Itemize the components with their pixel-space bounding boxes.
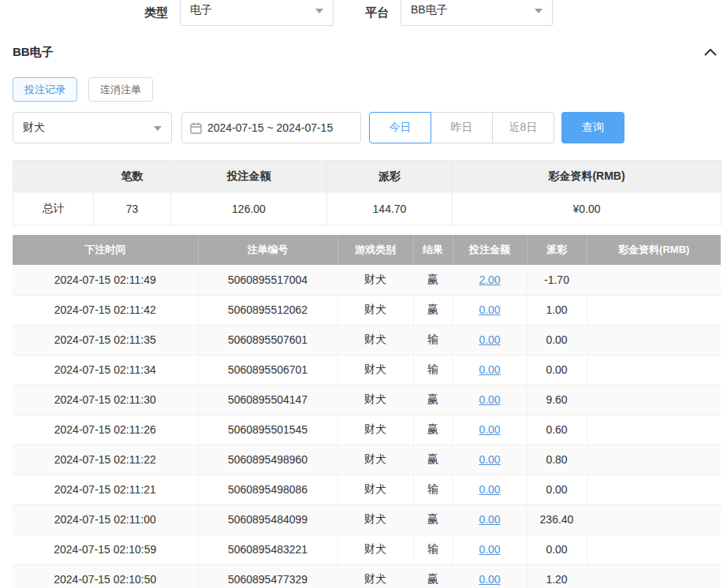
quick-btn-last8days[interactable]: 近8日 bbox=[492, 112, 554, 143]
chevron-down-icon bbox=[535, 9, 542, 13]
filter-bar: 财犬 2024-07-15 ~ 2024-07-15 今日 昨日 近8日 查询 bbox=[0, 112, 727, 143]
bet-amount-link[interactable]: 0.00 bbox=[479, 513, 500, 526]
cell-bet-amount: 0.00 bbox=[453, 325, 527, 355]
summary-header-count: 笔数 bbox=[94, 161, 171, 192]
bet-table-body: 2024-07-15 02:11:49 5060895517004 财犬 赢 2… bbox=[13, 265, 721, 588]
col-header-bet-amount: 投注金额 bbox=[453, 235, 527, 265]
table-row: 2024-07-15 02:11:26 5060895501545 财犬 赢 0… bbox=[13, 415, 721, 445]
cell-order-id: 5060895477329 bbox=[198, 564, 337, 588]
summary-table: 笔数 投注金额 派彩 彩金资料(RMB) 总计 73 126.00 144.70… bbox=[13, 160, 721, 225]
tab-bet-records[interactable]: 投注记录 bbox=[13, 77, 77, 102]
quick-btn-today[interactable]: 今日 bbox=[369, 112, 431, 143]
cell-result: 赢 bbox=[413, 385, 453, 415]
cell-bonus bbox=[587, 504, 721, 534]
cell-bet-time: 2024-07-15 02:10:59 bbox=[13, 534, 198, 564]
table-row: 2024-07-15 02:11:30 5060895504147 财犬 赢 0… bbox=[13, 385, 721, 415]
type-select[interactable]: 电子 bbox=[180, 0, 334, 26]
bet-amount-link[interactable]: 0.00 bbox=[479, 573, 500, 586]
cell-bonus bbox=[587, 265, 721, 295]
col-header-bet-time: 下注时间 bbox=[13, 235, 198, 265]
cell-payout: 1.20 bbox=[527, 564, 587, 588]
summary-total-payout: 144.70 bbox=[327, 192, 453, 225]
summary-header-bet-amount: 投注金额 bbox=[171, 161, 327, 192]
date-range-value: 2024-07-15 ~ 2024-07-15 bbox=[207, 121, 333, 134]
cell-bonus bbox=[587, 564, 721, 588]
date-range-input[interactable]: 2024-07-15 ~ 2024-07-15 bbox=[181, 112, 361, 143]
bet-amount-link[interactable]: 0.00 bbox=[479, 453, 500, 466]
tab-cancelled-orders[interactable]: 连消注单 bbox=[88, 77, 153, 102]
col-header-result: 结果 bbox=[413, 235, 453, 265]
tab-label: 连消注单 bbox=[100, 83, 141, 97]
table-row: 2024-07-15 02:10:50 5060895477329 财犬 赢 0… bbox=[13, 564, 721, 588]
cell-payout: 236.40 bbox=[527, 504, 587, 534]
cell-bet-amount: 0.00 bbox=[453, 474, 527, 504]
col-header-order-id: 注单编号 bbox=[198, 235, 337, 265]
calendar-icon bbox=[190, 122, 202, 134]
bet-amount-link[interactable]: 0.00 bbox=[479, 543, 500, 556]
platform-select-value: BB电子 bbox=[411, 3, 448, 17]
cell-bet-time: 2024-07-15 02:11:00 bbox=[13, 504, 198, 534]
cell-bet-time: 2024-07-15 02:11:34 bbox=[13, 355, 198, 385]
cell-bet-time: 2024-07-15 02:11:49 bbox=[13, 265, 198, 295]
quick-btn-label: 今日 bbox=[390, 121, 412, 135]
cell-bet-amount: 0.00 bbox=[453, 504, 527, 534]
cell-game-type: 财犬 bbox=[337, 564, 413, 588]
cell-bet-amount: 0.00 bbox=[453, 415, 527, 445]
cell-payout: 0.00 bbox=[527, 325, 587, 355]
chevron-down-icon bbox=[315, 9, 323, 13]
cell-bet-amount: 0.00 bbox=[453, 534, 527, 564]
col-header-game-type: 游戏类别 bbox=[337, 235, 413, 265]
table-row: 2024-07-15 02:11:34 5060895506701 财犬 输 0… bbox=[13, 355, 721, 385]
col-header-bonus: 彩金资料(RMB) bbox=[587, 235, 721, 265]
summary-header-row: 笔数 投注金额 派彩 彩金资料(RMB) bbox=[13, 161, 721, 192]
cell-game-type: 财犬 bbox=[337, 265, 413, 295]
search-button[interactable]: 查询 bbox=[561, 112, 624, 143]
bet-amount-link[interactable]: 0.00 bbox=[479, 363, 500, 376]
game-select[interactable]: 财犬 bbox=[13, 112, 172, 143]
quick-btn-yesterday[interactable]: 昨日 bbox=[431, 112, 493, 143]
bet-amount-link[interactable]: 0.00 bbox=[479, 483, 500, 496]
cell-bonus bbox=[587, 474, 721, 504]
col-header-payout: 派彩 bbox=[527, 235, 587, 265]
platform-select[interactable]: BB电子 bbox=[401, 0, 553, 26]
table-row: 2024-07-15 02:11:00 5060895484099 财犬 赢 0… bbox=[13, 504, 721, 534]
summary-header-bonus: 彩金资料(RMB) bbox=[453, 161, 721, 192]
tab-label: 投注记录 bbox=[24, 83, 65, 97]
cell-order-id: 5060895507601 bbox=[198, 325, 337, 355]
cell-game-type: 财犬 bbox=[337, 474, 413, 504]
cell-bet-time: 2024-07-15 02:11:35 bbox=[13, 325, 198, 355]
table-row: 2024-07-15 02:11:35 5060895507601 财犬 输 0… bbox=[13, 325, 721, 355]
bet-records-table: 下注时间 注单编号 游戏类别 结果 投注金额 派彩 彩金资料(RMB) 2024… bbox=[13, 235, 721, 588]
cell-result: 赢 bbox=[413, 265, 453, 295]
bet-amount-link[interactable]: 0.00 bbox=[479, 423, 500, 436]
cell-bonus bbox=[587, 325, 721, 355]
cell-game-type: 财犬 bbox=[337, 534, 413, 564]
cell-game-type: 财犬 bbox=[337, 504, 413, 534]
bet-amount-link[interactable]: 2.00 bbox=[479, 274, 500, 286]
chevron-up-icon[interactable] bbox=[703, 48, 718, 57]
cell-bonus bbox=[587, 534, 721, 564]
cell-bet-amount: 0.00 bbox=[453, 564, 527, 588]
cell-order-id: 5060895504147 bbox=[198, 385, 337, 415]
cell-payout: -1.70 bbox=[527, 265, 587, 295]
summary-header-empty bbox=[13, 161, 94, 192]
table-row: 2024-07-15 02:11:42 5060895512062 财犬 赢 0… bbox=[13, 295, 721, 325]
type-select-value: 电子 bbox=[190, 3, 212, 17]
cell-game-type: 财犬 bbox=[337, 385, 413, 415]
summary-total-bet-amount: 126.00 bbox=[171, 192, 327, 225]
cell-bet-amount: 0.00 bbox=[453, 295, 527, 325]
bet-amount-link[interactable]: 0.00 bbox=[479, 333, 500, 346]
cell-bonus bbox=[587, 385, 721, 415]
section-header: BB电子 bbox=[0, 45, 727, 60]
cell-result: 赢 bbox=[413, 295, 453, 325]
cell-order-id: 5060895498960 bbox=[198, 445, 337, 474]
platform-label: 平台 bbox=[365, 6, 389, 20]
cell-game-type: 财犬 bbox=[337, 415, 413, 445]
cell-bet-time: 2024-07-15 02:11:42 bbox=[13, 295, 198, 325]
cell-result: 赢 bbox=[413, 564, 453, 588]
bet-amount-link[interactable]: 0.00 bbox=[479, 393, 500, 406]
summary-total-bonus: ¥0.00 bbox=[453, 192, 721, 225]
bet-amount-link[interactable]: 0.00 bbox=[479, 303, 500, 316]
cell-payout: 0.00 bbox=[527, 534, 587, 564]
cell-order-id: 5060895512062 bbox=[198, 295, 337, 325]
